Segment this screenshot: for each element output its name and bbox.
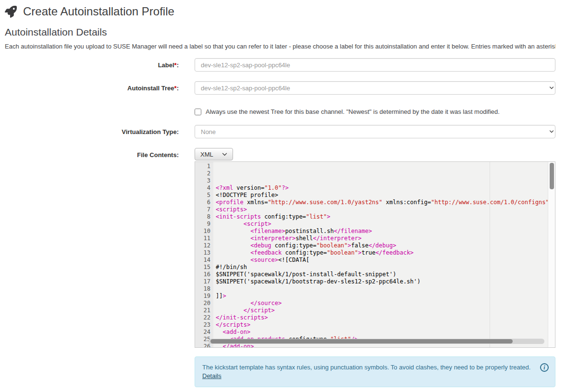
editor-gutter: 1234567891011121314151617181920212223242… bbox=[195, 162, 213, 347]
code-line: <?xml version="1.0"?> bbox=[216, 184, 555, 192]
file-contents-label: File Contents: bbox=[5, 148, 195, 159]
chevron-down-icon bbox=[222, 153, 227, 156]
vertical-scrollbar[interactable] bbox=[548, 162, 555, 347]
tree-select-value: dev-sle12-sp2-sap-pool-ppc64le bbox=[201, 85, 290, 92]
alert-row: The kickstart template has syntax rules,… bbox=[5, 356, 555, 387]
section-title: Autoinstallation Details bbox=[5, 26, 555, 38]
code-line: </scripts> bbox=[216, 321, 555, 329]
code-line: <debug config:type="boolean">false</debu… bbox=[216, 242, 555, 249]
label-input[interactable] bbox=[195, 58, 555, 72]
code-line: </init-scripts> bbox=[216, 314, 555, 321]
code-line: <source><![CDATA[ bbox=[216, 257, 555, 264]
chevron-down-icon bbox=[549, 86, 554, 89]
code-line: </script> bbox=[216, 307, 555, 314]
code-line: <feedback config:type="boolean">true</fe… bbox=[216, 249, 555, 257]
newest-tree-label: Always use the newest Tree for this base… bbox=[206, 108, 500, 115]
editor-code[interactable]: <?xml version="1.0"?><!DOCTYPE profile><… bbox=[213, 162, 555, 347]
code-line: ]]> bbox=[216, 293, 555, 300]
code-line: <!DOCTYPE profile> bbox=[216, 192, 555, 199]
print-margin bbox=[490, 162, 490, 347]
horizontal-scrollbar-thumb[interactable] bbox=[210, 339, 513, 343]
newest-tree-checkbox[interactable] bbox=[195, 109, 201, 115]
chevron-down-icon bbox=[549, 130, 554, 133]
tree-select[interactable]: dev-sle12-sp2-sap-pool-ppc64le bbox=[195, 81, 555, 95]
alert-message: The kickstart template has syntax rules,… bbox=[202, 364, 530, 371]
label-field-row: Label*: bbox=[5, 58, 555, 72]
details-link[interactable]: Details bbox=[202, 372, 221, 380]
page: Create Autoinstallation Profile Autoinst… bbox=[0, 0, 566, 387]
code-line: <interpreter>shell</interpreter> bbox=[216, 235, 555, 242]
tree-field-label: Autoinstall Tree*: bbox=[5, 81, 195, 92]
page-title: Create Autoinstallation Profile bbox=[23, 4, 174, 19]
code-line: <add-on> bbox=[216, 329, 555, 336]
code-line: <script> bbox=[216, 220, 555, 228]
code-line: <filename>postinstall.sh</filename> bbox=[216, 228, 555, 235]
newest-tree-row: Always use the newest Tree for this base… bbox=[5, 107, 555, 115]
code-line: $SNIPPET('spacewalk/1/bootstrap-dev-sles… bbox=[216, 278, 555, 285]
newest-tree-option: Always use the newest Tree for this base… bbox=[195, 107, 555, 115]
code-line: <scripts> bbox=[216, 206, 555, 213]
code-line: <init-scripts config:type="list"> bbox=[216, 213, 555, 220]
label-field-label: Label*: bbox=[5, 58, 195, 69]
virtualization-select[interactable]: None bbox=[195, 125, 555, 138]
code-line: $SNIPPET('spacewalk/1/post-install-defau… bbox=[216, 271, 555, 278]
code-line: #!/bin/sh bbox=[216, 264, 555, 271]
horizontal-scrollbar[interactable] bbox=[209, 339, 544, 344]
code-line: </source> bbox=[216, 300, 555, 307]
code-line: <profile xmlns="http://www.suse.com/1.0/… bbox=[216, 199, 555, 206]
virtualization-select-value: None bbox=[201, 128, 216, 135]
vertical-scrollbar-thumb[interactable] bbox=[550, 163, 554, 189]
info-alert: The kickstart template has syntax rules,… bbox=[195, 356, 555, 387]
syntax-type-label: XML bbox=[200, 151, 213, 158]
virtualization-label: Virtualization Type: bbox=[5, 125, 195, 135]
virtualization-row: Virtualization Type: None bbox=[5, 125, 555, 138]
autoinstall-form: Label*: Autoinstall Tree*: dev-sle12-sp2… bbox=[5, 58, 555, 387]
tree-field-row: Autoinstall Tree*: dev-sle12-sp2-sap-poo… bbox=[5, 81, 555, 95]
code-editor[interactable]: 1234567891011121314151617181920212223242… bbox=[195, 161, 555, 348]
section-description: Each autoinstallation file you upload to… bbox=[5, 43, 555, 50]
info-circle-icon[interactable]: i bbox=[540, 363, 549, 372]
page-header: Create Autoinstallation Profile bbox=[5, 0, 555, 19]
code-line bbox=[216, 285, 555, 293]
file-contents-row: File Contents: XML 123456789101112131415… bbox=[5, 148, 555, 348]
rocket-icon bbox=[5, 6, 17, 18]
syntax-type-button[interactable]: XML bbox=[195, 148, 233, 160]
